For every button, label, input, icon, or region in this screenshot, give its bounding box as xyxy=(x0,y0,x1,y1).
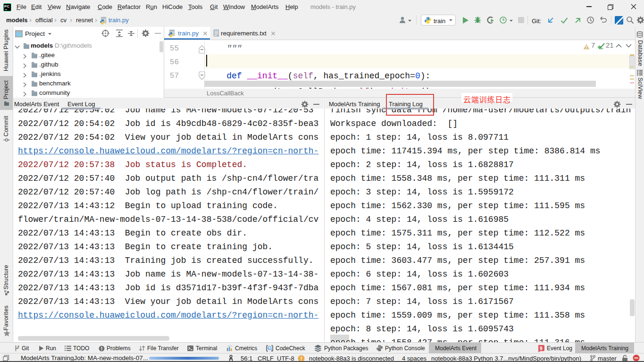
svg-text:</>: </> xyxy=(227,345,233,348)
svg-text:9: 9 xyxy=(540,346,543,351)
